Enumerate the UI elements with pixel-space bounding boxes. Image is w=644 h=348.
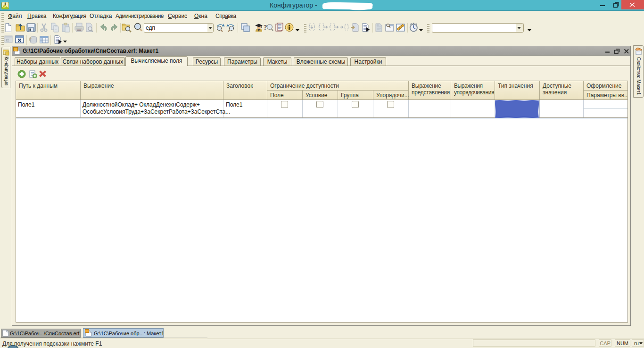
svg-text:едп: едп (146, 25, 155, 31)
svg-text:?: ? (264, 24, 267, 31)
